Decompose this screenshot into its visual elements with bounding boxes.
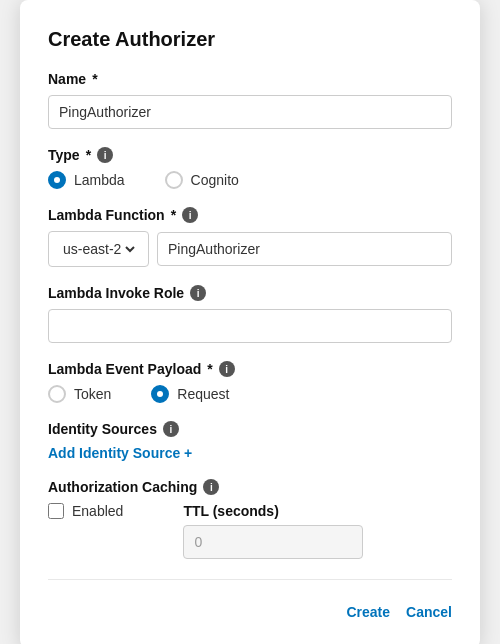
caching-row: Enabled TTL (seconds) — [48, 503, 452, 559]
name-input[interactable] — [48, 95, 452, 129]
name-field-group: Name * — [48, 71, 452, 129]
lambda-event-payload-info-icon[interactable]: i — [219, 361, 235, 377]
type-radio-group: Lambda Cognito — [48, 171, 452, 189]
modal-title: Create Authorizer — [48, 28, 452, 51]
lambda-invoke-role-field-group: Lambda Invoke Role i — [48, 285, 452, 343]
cancel-button[interactable]: Cancel — [406, 600, 452, 624]
lambda-event-payload-label: Lambda Event Payload * i — [48, 361, 452, 377]
type-label: Type * i — [48, 147, 452, 163]
type-cognito-option[interactable]: Cognito — [165, 171, 239, 189]
type-cognito-label: Cognito — [191, 172, 239, 188]
lambda-function-row: us-east-2 — [48, 231, 452, 267]
lambda-invoke-role-input[interactable] — [48, 309, 452, 343]
event-payload-radio-group: Token Request — [48, 385, 452, 403]
identity-sources-field-group: Identity Sources i Add Identity Source + — [48, 421, 452, 461]
type-cognito-radio[interactable] — [165, 171, 183, 189]
ttl-group: TTL (seconds) — [183, 503, 363, 559]
event-payload-token-option[interactable]: Token — [48, 385, 111, 403]
event-payload-request-option[interactable]: Request — [151, 385, 229, 403]
create-authorizer-modal: Create Authorizer Name * Type * i Lambda… — [20, 0, 480, 644]
type-lambda-label: Lambda — [74, 172, 125, 188]
type-field-group: Type * i Lambda Cognito — [48, 147, 452, 189]
type-lambda-option[interactable]: Lambda — [48, 171, 125, 189]
identity-sources-label: Identity Sources i — [48, 421, 452, 437]
event-payload-request-radio[interactable] — [151, 385, 169, 403]
identity-sources-info-icon[interactable]: i — [163, 421, 179, 437]
lambda-event-payload-field-group: Lambda Event Payload * i Token Request — [48, 361, 452, 403]
name-label: Name * — [48, 71, 452, 87]
caching-enabled-label: Enabled — [72, 503, 123, 519]
lambda-function-field-group: Lambda Function * i us-east-2 — [48, 207, 452, 267]
create-button[interactable]: Create — [346, 600, 390, 624]
event-payload-token-radio[interactable] — [48, 385, 66, 403]
lambda-invoke-role-label: Lambda Invoke Role i — [48, 285, 452, 301]
lambda-function-label: Lambda Function * i — [48, 207, 452, 223]
footer-divider — [48, 579, 452, 580]
region-select[interactable]: us-east-2 — [59, 240, 138, 258]
add-identity-source-link[interactable]: Add Identity Source + — [48, 445, 192, 461]
ttl-label: TTL (seconds) — [183, 503, 363, 519]
caching-enabled-checkbox[interactable] — [48, 503, 64, 519]
event-payload-request-label: Request — [177, 386, 229, 402]
lambda-function-input[interactable] — [157, 232, 452, 266]
authorization-caching-info-icon[interactable]: i — [203, 479, 219, 495]
authorization-caching-label: Authorization Caching i — [48, 479, 452, 495]
authorization-caching-field-group: Authorization Caching i Enabled TTL (sec… — [48, 479, 452, 559]
event-payload-token-label: Token — [74, 386, 111, 402]
region-select-wrapper[interactable]: us-east-2 — [48, 231, 149, 267]
modal-footer: Create Cancel — [48, 600, 452, 624]
type-lambda-radio[interactable] — [48, 171, 66, 189]
caching-enabled-group: Enabled — [48, 503, 123, 519]
lambda-invoke-role-info-icon[interactable]: i — [190, 285, 206, 301]
type-info-icon[interactable]: i — [97, 147, 113, 163]
lambda-function-info-icon[interactable]: i — [182, 207, 198, 223]
ttl-input[interactable] — [183, 525, 363, 559]
